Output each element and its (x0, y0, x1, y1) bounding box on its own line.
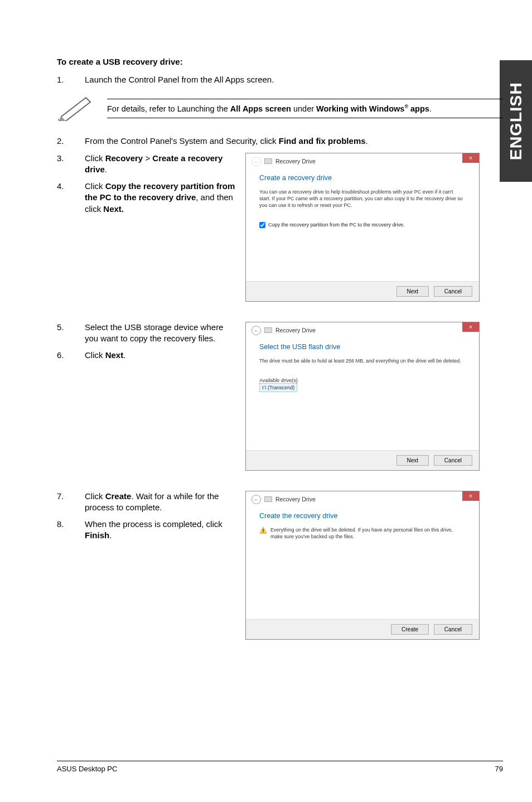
drive-icon (264, 158, 272, 164)
step-text: Launch the Control Panel from the All Ap… (85, 74, 503, 85)
close-icon[interactable]: × (462, 322, 479, 332)
step-5: 5. Select the USB storage device where y… (57, 322, 235, 345)
dialog-description: You can use a recovery drive to help tro… (259, 189, 466, 209)
warning-icon (259, 526, 267, 534)
dialog-titlebar: ← Recovery Drive (246, 153, 479, 170)
dialog-title-text: Recovery Drive (275, 158, 316, 165)
back-icon[interactable]: ← (252, 326, 261, 335)
create-button[interactable]: Create (391, 624, 429, 635)
dialog-heading: Create the recovery drive (259, 512, 466, 520)
svg-rect-1 (263, 532, 263, 532)
note-row: For details, refer to Launching the All … (57, 93, 503, 123)
step-number: 2. (57, 136, 85, 147)
dialog-heading: Create a recovery drive (259, 174, 466, 182)
svg-rect-0 (263, 529, 263, 531)
drive-icon (264, 327, 272, 333)
step-8: 8. When the process is completed, click … (57, 519, 235, 542)
dialog-description: The drive must be able to hold at least … (259, 357, 466, 364)
note-text: For details, refer to Launching the All … (107, 99, 503, 118)
close-icon[interactable]: × (462, 153, 479, 163)
step-number: 6. (57, 350, 85, 361)
copy-partition-checkbox[interactable] (259, 222, 265, 228)
dialog-title-text: Recovery Drive (275, 327, 316, 334)
back-icon: ← (252, 157, 261, 166)
step-text: Click Next. (85, 350, 235, 361)
cancel-button[interactable]: Cancel (434, 286, 472, 297)
step-text: Click Copy the recovery partition from t… (85, 181, 235, 215)
dialog-titlebar: ← Recovery Drive (246, 322, 479, 339)
step-6: 6. Click Next. (57, 350, 235, 361)
row-steps-3-4: 3. Click Recovery > Create a recovery dr… (57, 153, 503, 322)
step-number: 7. (57, 491, 85, 502)
step-3: 3. Click Recovery > Create a recovery dr… (57, 153, 235, 176)
step-text: When the process is completed, click Fin… (85, 519, 235, 542)
step-text: Click Recovery > Create a recovery drive… (85, 153, 235, 176)
page-footer: ASUS Desktop PC 79 (57, 761, 503, 773)
footer-left: ASUS Desktop PC (57, 765, 117, 773)
step-4: 4. Click Copy the recovery partition fro… (57, 181, 235, 215)
dialog-title-text: Recovery Drive (275, 496, 316, 503)
step-text: Click Create. Wait for a while for the p… (85, 491, 235, 514)
step-number: 3. (57, 153, 85, 164)
footer-page-number: 79 (495, 765, 503, 773)
available-drives-label: Available drive(s) (259, 378, 466, 383)
back-icon[interactable]: ← (252, 495, 261, 504)
step-7: 7. Click Create. Wait for a while for th… (57, 491, 235, 514)
copy-partition-checkbox-row[interactable]: Copy the recovery partition from the PC … (259, 222, 466, 228)
dialog-select-usb: × ← Recovery Drive Select the USB flash … (245, 322, 480, 471)
dialog-confirm-create: × ← Recovery Drive Create the recovery d… (245, 491, 480, 640)
step-number: 4. (57, 181, 85, 192)
next-button[interactable]: Next (396, 455, 429, 466)
warning-row: Everything on the drive will be deleted.… (259, 526, 466, 540)
close-icon[interactable]: × (462, 491, 479, 501)
row-steps-5-6: 5. Select the USB storage device where y… (57, 322, 503, 491)
step-number: 1. (57, 74, 85, 85)
step-number: 8. (57, 519, 85, 530)
dialog-titlebar: ← Recovery Drive (246, 491, 479, 508)
step-number: 5. (57, 322, 85, 333)
dialog-heading: Select the USB flash drive (259, 343, 466, 351)
warning-text: Everything on the drive will be deleted.… (270, 526, 466, 540)
cancel-button[interactable]: Cancel (434, 455, 472, 466)
row-steps-7-8: 7. Click Create. Wait for a while for th… (57, 491, 503, 660)
dialog-create-recovery: × ← Recovery Drive Create a recovery dri… (245, 153, 480, 302)
page-content: To create a USB recovery drive: 1. Launc… (0, 0, 532, 660)
drive-list-item[interactable]: I:\ (Transcend) (259, 383, 297, 392)
pencil-note-icon (57, 93, 107, 123)
checkbox-label: Copy the recovery partition from the PC … (268, 222, 405, 228)
next-button[interactable]: Next (396, 286, 429, 297)
cancel-button[interactable]: Cancel (434, 624, 472, 635)
step-2: 2. From the Control Panel's System and S… (57, 136, 503, 147)
step-1: 1. Launch the Control Panel from the All… (57, 74, 503, 85)
section-title: To create a USB recovery drive: (57, 57, 503, 66)
drive-icon (264, 496, 272, 502)
step-text: Select the USB storage device where you … (85, 322, 235, 345)
step-text: From the Control Panel's System and Secu… (85, 136, 503, 147)
